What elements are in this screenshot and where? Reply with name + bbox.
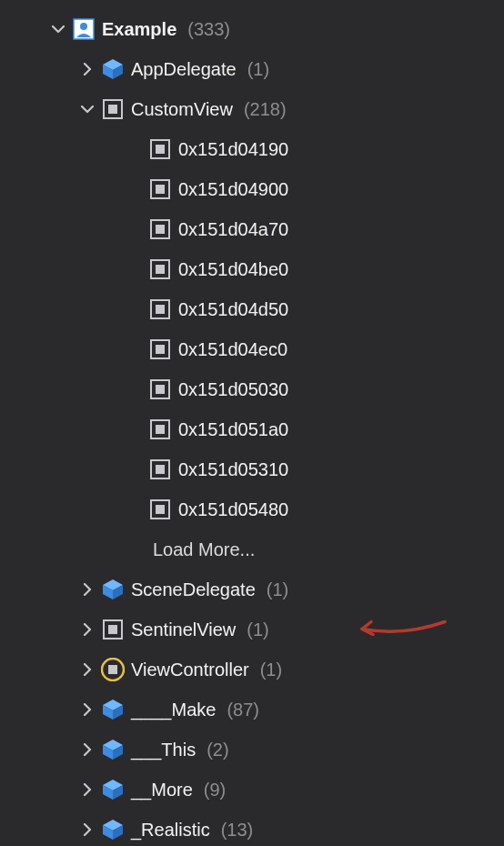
tree-count: (1) <box>247 619 268 640</box>
tree-label: 0x151d04a70 <box>178 219 288 240</box>
tree-count: (1) <box>247 59 269 80</box>
tree-count: (2) <box>207 740 228 760</box>
square-icon <box>147 457 173 482</box>
tree-label: SentinelView <box>131 619 236 640</box>
chevron-right-icon[interactable] <box>80 582 95 597</box>
chevron-right-icon[interactable] <box>80 662 95 677</box>
tree-row-instance[interactable]: 0x151d051a0 <box>36 409 504 449</box>
square-icon <box>147 497 173 522</box>
chevron-right-icon[interactable] <box>80 782 95 797</box>
cube-icon <box>100 697 126 722</box>
square-icon <box>147 217 173 242</box>
square-icon <box>100 617 126 642</box>
tree-row-instance[interactable]: 0x151d04be0 <box>36 249 504 289</box>
tree-label: 0x151d051a0 <box>178 419 288 440</box>
square-icon <box>147 377 173 402</box>
load-more-row[interactable]: Load More... <box>36 529 504 569</box>
tree-row-instance[interactable]: 0x151d04ec0 <box>36 329 504 369</box>
tree-row-root[interactable]: Example (333) <box>36 9 504 49</box>
tree-label: 0x151d05310 <box>178 459 288 480</box>
chevron-right-icon[interactable] <box>80 822 95 837</box>
tree-label: SceneDelegate <box>131 579 256 600</box>
tree-row-instance[interactable]: 0x151d04a70 <box>36 209 504 249</box>
tree-row-customview[interactable]: CustomView (218) <box>36 89 504 129</box>
tree-row-instance[interactable]: 0x151d04900 <box>36 169 504 209</box>
tree-row-this[interactable]: ___This (2) <box>36 730 504 770</box>
tree-count: (218) <box>244 99 287 120</box>
cube-icon <box>100 817 126 842</box>
square-icon <box>147 136 173 162</box>
tree-count: (9) <box>204 780 226 801</box>
tree-label: AppDelegate <box>131 59 237 80</box>
tree-count: (1) <box>260 660 282 680</box>
tree-row-instance[interactable]: 0x151d04190 <box>36 129 504 169</box>
tree-label: 0x151d04d50 <box>178 299 288 320</box>
load-more-label: Load More... <box>153 539 255 560</box>
chevron-right-icon[interactable] <box>80 622 95 637</box>
tree-count: (87) <box>227 700 259 720</box>
tree-row-instance[interactable]: 0x151d05030 <box>36 369 504 409</box>
tree-row-more[interactable]: __More (9) <box>36 770 504 810</box>
tree-row-instance[interactable]: 0x151d05480 <box>36 489 504 529</box>
square-icon <box>147 297 173 322</box>
tree-count: (1) <box>267 579 288 600</box>
tree-row-realistic[interactable]: _Realistic (13) <box>36 810 504 846</box>
tree-label: ViewController <box>131 660 249 680</box>
tree-row-appdelegate[interactable]: AppDelegate (1) <box>36 49 504 89</box>
tree-count: (333) <box>187 19 230 40</box>
tree-row-sentinelview[interactable]: SentinelView (1) <box>36 609 504 650</box>
cube-icon <box>100 737 126 762</box>
person-icon <box>71 16 96 42</box>
chevron-right-icon[interactable] <box>80 742 95 757</box>
tree-row-instance[interactable]: 0x151d04d50 <box>36 289 504 329</box>
tree-label: ___This <box>131 740 196 760</box>
tree-label: 0x151d05030 <box>178 379 288 400</box>
tree-label: CustomView <box>131 99 233 120</box>
square-icon <box>147 176 173 202</box>
cube-icon <box>100 56 126 82</box>
square-icon <box>100 96 126 122</box>
annotation-arrow-icon <box>349 613 449 647</box>
square-icon <box>147 257 173 282</box>
chevron-right-icon[interactable] <box>80 62 95 76</box>
tree-label: 0x151d04be0 <box>178 259 288 280</box>
tree-label: __More <box>131 780 193 801</box>
tree-label: 0x151d05480 <box>178 499 288 520</box>
cube-icon <box>100 577 126 602</box>
tree-row-scenedelegate[interactable]: SceneDelegate (1) <box>36 569 504 609</box>
tree-label: _Realistic <box>131 820 210 841</box>
chevron-down-icon[interactable] <box>80 102 95 116</box>
chevron-right-icon[interactable] <box>80 702 95 717</box>
chevron-down-icon[interactable] <box>51 22 66 36</box>
square-icon <box>147 417 173 442</box>
cube-icon <box>100 777 126 802</box>
tree-label: 0x151d04ec0 <box>178 339 287 360</box>
tree-label: ____Make <box>131 700 216 720</box>
tree-count: (13) <box>221 820 254 841</box>
square-highlight-icon <box>100 657 126 682</box>
tree-row-instance[interactable]: 0x151d05310 <box>36 449 504 489</box>
tree-row-make[interactable]: ____Make (87) <box>36 690 504 730</box>
square-icon <box>147 337 173 362</box>
tree-label: Example <box>102 19 176 40</box>
tree-label: 0x151d04900 <box>178 179 288 200</box>
tree-label: 0x151d04190 <box>178 139 288 160</box>
tree-row-viewcontroller[interactable]: ViewController (1) <box>36 650 504 690</box>
